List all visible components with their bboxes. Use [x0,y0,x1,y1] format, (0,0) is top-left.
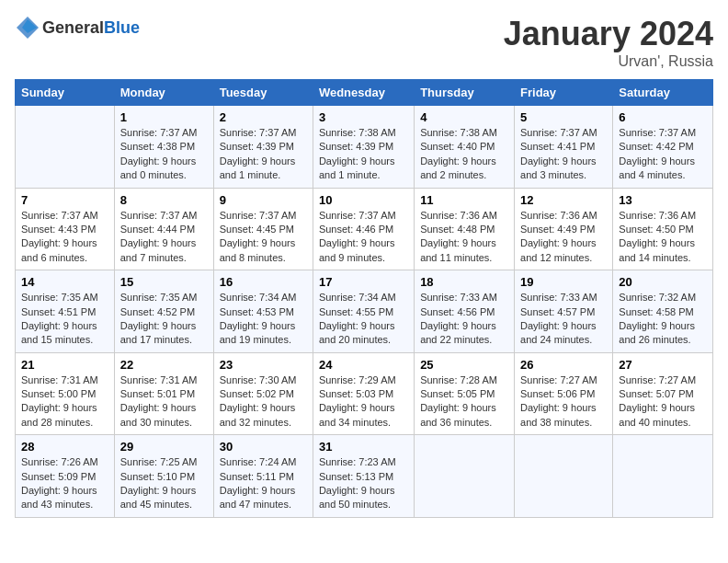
sunrise-text: Sunrise: 7:37 AM [220,127,297,138]
day-number: 24 [319,358,408,372]
day-number: 18 [420,275,508,289]
daylight-text: and 50 minutes. [319,499,391,510]
calendar-cell: 17Sunrise: 7:34 AMSunset: 4:55 PMDayligh… [313,270,414,353]
week-row-1: 1Sunrise: 7:37 AMSunset: 4:38 PMDaylight… [16,106,713,189]
sunrise-text: Sunrise: 7:32 AM [619,292,696,303]
daylight-text: Daylight: 9 hours [120,402,197,413]
sunset-text: Sunset: 5:11 PM [220,471,294,482]
day-info: Sunrise: 7:37 AMSunset: 4:46 PMDaylight:… [319,209,408,266]
calendar-header-row: SundayMondayTuesdayWednesdayThursdayFrid… [16,80,713,106]
day-info: Sunrise: 7:33 AMSunset: 4:56 PMDaylight:… [420,291,508,348]
calendar-cell: 18Sunrise: 7:33 AMSunset: 4:56 PMDayligh… [415,270,515,353]
sunset-text: Sunset: 5:01 PM [120,388,195,399]
day-info: Sunrise: 7:28 AMSunset: 5:05 PMDaylight:… [420,373,508,431]
day-number: 28 [21,440,108,454]
daylight-text: Daylight: 9 hours [220,237,296,248]
daylight-text: and 1 minute. [319,169,381,180]
calendar-cell: 1Sunrise: 7:37 AMSunset: 4:38 PMDaylight… [114,106,213,189]
day-info: Sunrise: 7:34 AMSunset: 4:53 PMDaylight:… [220,291,307,348]
day-number: 13 [619,193,707,207]
sunrise-text: Sunrise: 7:35 AM [21,292,98,303]
day-info: Sunrise: 7:24 AMSunset: 5:11 PMDaylight:… [220,455,307,512]
day-info: Sunrise: 7:37 AMSunset: 4:44 PMDaylight:… [120,209,208,266]
sunset-text: Sunset: 5:10 PM [120,471,195,482]
calendar-cell: 2Sunrise: 7:37 AMSunset: 4:39 PMDaylight… [213,106,313,189]
sunset-text: Sunset: 4:45 PM [220,224,294,235]
sunset-text: Sunset: 4:42 PM [619,141,693,152]
day-info: Sunrise: 7:37 AMSunset: 4:42 PMDaylight:… [619,126,707,183]
daylight-text: and 28 minutes. [21,417,93,428]
sunset-text: Sunset: 4:57 PM [520,306,595,317]
sunrise-text: Sunrise: 7:37 AM [619,127,696,138]
calendar-cell: 13Sunrise: 7:36 AMSunset: 4:50 PMDayligh… [613,188,713,270]
sunrise-text: Sunrise: 7:33 AM [420,292,497,303]
day-number: 30 [220,440,307,454]
day-info: Sunrise: 7:37 AMSunset: 4:39 PMDaylight:… [220,126,307,183]
week-row-4: 21Sunrise: 7:31 AMSunset: 5:00 PMDayligh… [16,352,713,435]
sunset-text: Sunset: 5:09 PM [21,471,96,482]
sunrise-text: Sunrise: 7:38 AM [420,127,497,138]
day-info: Sunrise: 7:37 AMSunset: 4:43 PMDaylight:… [21,209,108,266]
sunrise-text: Sunrise: 7:25 AM [120,456,198,467]
daylight-text: Daylight: 9 hours [21,485,97,496]
day-number: 15 [120,275,208,289]
day-number: 12 [520,193,607,207]
daylight-text: Daylight: 9 hours [619,320,695,331]
day-info: Sunrise: 7:32 AMSunset: 4:58 PMDaylight:… [619,291,707,348]
sunset-text: Sunset: 4:38 PM [120,141,195,152]
calendar-table: SundayMondayTuesdayWednesdayThursdayFrid… [15,79,713,518]
daylight-text: Daylight: 9 hours [319,320,395,331]
daylight-text: Daylight: 9 hours [420,402,496,413]
daylight-text: and 12 minutes. [520,252,592,263]
day-number: 16 [220,275,307,289]
daylight-text: and 6 minutes. [21,252,87,263]
calendar-cell: 31Sunrise: 7:23 AMSunset: 5:13 PMDayligh… [313,435,414,518]
calendar-cell: 8Sunrise: 7:37 AMSunset: 4:44 PMDaylight… [114,188,213,270]
daylight-text: and 36 minutes. [420,417,492,428]
sunrise-text: Sunrise: 7:38 AM [319,127,396,138]
day-number: 31 [319,440,408,454]
sunrise-text: Sunrise: 7:37 AM [520,127,597,138]
day-info: Sunrise: 7:36 AMSunset: 4:50 PMDaylight:… [619,209,707,266]
daylight-text: and 26 minutes. [619,334,690,345]
daylight-text: Daylight: 9 hours [619,402,695,413]
day-info: Sunrise: 7:29 AMSunset: 5:03 PMDaylight:… [319,373,408,431]
calendar-cell: 3Sunrise: 7:38 AMSunset: 4:39 PMDaylight… [313,106,414,189]
day-number: 27 [619,358,707,372]
sunrise-text: Sunrise: 7:34 AM [220,292,297,303]
sunrise-text: Sunrise: 7:33 AM [520,292,597,303]
sunset-text: Sunset: 4:52 PM [120,306,195,317]
daylight-text: Daylight: 9 hours [319,485,395,496]
calendar-cell: 6Sunrise: 7:37 AMSunset: 4:42 PMDaylight… [613,106,713,189]
sunrise-text: Sunrise: 7:35 AM [120,292,198,303]
sunset-text: Sunset: 5:02 PM [220,388,294,399]
sunrise-text: Sunrise: 7:37 AM [21,210,98,221]
calendar-cell: 12Sunrise: 7:36 AMSunset: 4:49 PMDayligh… [515,188,613,270]
day-number: 5 [520,110,607,124]
week-row-2: 7Sunrise: 7:37 AMSunset: 4:43 PMDaylight… [16,188,713,270]
daylight-text: Daylight: 9 hours [520,320,597,331]
calendar-cell: 4Sunrise: 7:38 AMSunset: 4:40 PMDaylight… [415,106,515,189]
day-number: 23 [220,358,307,372]
calendar-cell: 22Sunrise: 7:31 AMSunset: 5:01 PMDayligh… [114,352,213,435]
sunrise-text: Sunrise: 7:36 AM [420,210,497,221]
month-title: January 2024 [504,15,713,53]
daylight-text: and 11 minutes. [420,252,492,263]
day-info: Sunrise: 7:37 AMSunset: 4:38 PMDaylight:… [120,126,208,183]
day-number: 11 [420,193,508,207]
sunrise-text: Sunrise: 7:36 AM [619,210,696,221]
sunset-text: Sunset: 5:13 PM [319,471,393,482]
calendar-cell [415,435,515,518]
calendar-cell: 16Sunrise: 7:34 AMSunset: 4:53 PMDayligh… [213,270,313,353]
day-number: 14 [21,275,108,289]
calendar-cell: 23Sunrise: 7:30 AMSunset: 5:02 PMDayligh… [213,352,313,435]
day-number: 17 [319,275,408,289]
day-info: Sunrise: 7:31 AMSunset: 5:00 PMDaylight:… [21,373,108,431]
calendar-cell: 5Sunrise: 7:37 AMSunset: 4:41 PMDaylight… [515,106,613,189]
sunset-text: Sunset: 5:00 PM [21,388,96,399]
sunset-text: Sunset: 4:50 PM [619,224,693,235]
day-number: 29 [120,440,208,454]
daylight-text: and 43 minutes. [21,499,93,510]
day-number: 19 [520,275,607,289]
daylight-text: Daylight: 9 hours [120,155,197,167]
